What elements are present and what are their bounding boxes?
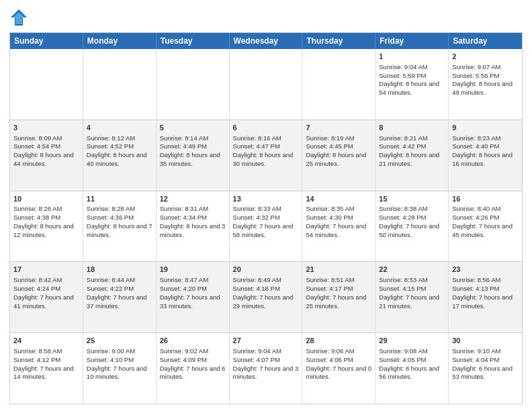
day-info-line: Daylight: 7 hours and 50 minutes. xyxy=(379,222,445,240)
day-info-line: Sunrise: 8:09 AM xyxy=(13,134,79,143)
day-info-line: Sunrise: 8:35 AM xyxy=(306,205,371,214)
day-info-line: Sunrise: 8:21 AM xyxy=(379,134,445,143)
cal-cell-3-2: 11Sunrise: 8:28 AMSunset: 4:36 PMDayligh… xyxy=(83,191,157,262)
cal-cell-3-1: 10Sunrise: 8:26 AMSunset: 4:38 PMDayligh… xyxy=(10,191,83,262)
day-info-line: Daylight: 7 hours and 3 minutes. xyxy=(233,365,299,382)
day-info-line: Sunrise: 9:08 AM xyxy=(379,347,445,356)
day-number: 6 xyxy=(233,123,299,133)
day-info-line: Daylight: 7 hours and 41 minutes. xyxy=(13,293,79,311)
cal-week-1: 1Sunrise: 9:04 AMSunset: 5:59 PMDaylight… xyxy=(10,49,522,120)
cal-cell-1-5 xyxy=(302,49,375,120)
day-info-line: Sunset: 4:09 PM xyxy=(160,356,226,365)
day-info-line: Sunset: 4:28 PM xyxy=(379,214,445,222)
day-info-line: Sunrise: 8:53 AM xyxy=(379,276,445,285)
day-info-line: Daylight: 7 hours and 58 minutes. xyxy=(233,222,299,240)
cal-cell-4-4: 20Sunrise: 8:49 AMSunset: 4:18 PMDayligh… xyxy=(230,262,303,332)
day-info-line: Daylight: 7 hours and 25 minutes. xyxy=(306,293,371,311)
day-info-line: Sunset: 4:52 PM xyxy=(87,142,152,151)
day-info-line: Sunrise: 8:14 AM xyxy=(160,134,226,143)
day-info-line: Daylight: 8 hours and 44 minutes. xyxy=(13,151,79,169)
day-info-line: Daylight: 8 hours and 49 minutes. xyxy=(452,80,519,97)
day-info-line: Sunrise: 8:42 AM xyxy=(13,276,79,285)
day-info-line: Sunrise: 9:04 AM xyxy=(233,347,299,356)
day-info-line: Sunset: 4:54 PM xyxy=(13,142,79,151)
cal-cell-1-1 xyxy=(10,49,83,120)
day-info-line: Daylight: 7 hours and 45 minutes. xyxy=(452,222,519,240)
day-number: 28 xyxy=(306,336,371,346)
calendar: SundayMondayTuesdayWednesdayThursdayFrid… xyxy=(9,32,523,404)
day-info-line: Sunrise: 9:06 AM xyxy=(306,347,371,356)
day-number: 18 xyxy=(87,265,152,275)
day-info-line: Sunset: 4:10 PM xyxy=(87,356,152,365)
day-info-line: Sunset: 4:30 PM xyxy=(306,214,371,222)
day-info-line: Sunrise: 9:04 AM xyxy=(379,63,445,72)
cal-header-sunday: Sunday xyxy=(10,33,83,49)
cal-cell-2-5: 7Sunrise: 8:19 AMSunset: 4:45 PMDaylight… xyxy=(302,120,375,191)
day-number: 22 xyxy=(379,265,445,275)
cal-cell-5-3: 26Sunrise: 9:02 AMSunset: 4:09 PMDayligh… xyxy=(157,333,230,404)
day-number: 25 xyxy=(87,336,152,346)
day-info-line: Daylight: 8 hours and 3 minutes. xyxy=(160,222,226,240)
day-number: 10 xyxy=(13,194,79,204)
day-info-line: Sunset: 4:34 PM xyxy=(160,214,226,222)
cal-cell-4-3: 19Sunrise: 8:47 AMSunset: 4:20 PMDayligh… xyxy=(157,262,230,332)
calendar-header: SundayMondayTuesdayWednesdayThursdayFrid… xyxy=(10,33,522,49)
day-info-line: Sunrise: 8:33 AM xyxy=(233,205,299,214)
day-info-line: Daylight: 8 hours and 30 minutes. xyxy=(233,151,299,169)
day-info-line: Daylight: 6 hours and 53 minutes. xyxy=(452,365,519,382)
cal-cell-3-7: 16Sunrise: 8:40 AMSunset: 4:26 PMDayligh… xyxy=(449,191,522,262)
day-info-line: Sunrise: 8:58 AM xyxy=(13,347,79,356)
day-info-line: Sunset: 4:22 PM xyxy=(87,285,152,293)
day-info-line: Sunrise: 8:12 AM xyxy=(87,134,152,143)
day-info-line: Sunset: 4:32 PM xyxy=(233,214,299,222)
day-info-line: Sunset: 4:07 PM xyxy=(233,356,299,365)
cal-cell-5-5: 28Sunrise: 9:06 AMSunset: 4:06 PMDayligh… xyxy=(302,333,375,404)
cal-cell-4-2: 18Sunrise: 8:44 AMSunset: 4:22 PMDayligh… xyxy=(83,262,157,332)
day-info-line: Sunrise: 9:00 AM xyxy=(87,347,152,356)
day-info-line: Daylight: 8 hours and 35 minutes. xyxy=(160,151,226,169)
cal-cell-2-4: 6Sunrise: 8:16 AMSunset: 4:47 PMDaylight… xyxy=(230,120,303,191)
day-number: 24 xyxy=(13,336,79,346)
day-info-line: Sunrise: 8:40 AM xyxy=(452,205,519,214)
cal-cell-3-5: 14Sunrise: 8:35 AMSunset: 4:30 PMDayligh… xyxy=(302,191,375,262)
day-info-line: Daylight: 7 hours and 54 minutes. xyxy=(306,222,371,240)
cal-cell-5-1: 24Sunrise: 8:58 AMSunset: 4:12 PMDayligh… xyxy=(10,333,83,404)
day-info-line: Sunset: 4:47 PM xyxy=(233,142,299,151)
day-info-line: Daylight: 8 hours and 12 minutes. xyxy=(13,222,79,240)
day-number: 7 xyxy=(306,123,371,133)
cal-cell-5-6: 29Sunrise: 9:08 AMSunset: 4:05 PMDayligh… xyxy=(375,333,449,404)
day-info-line: Daylight: 7 hours and 17 minutes. xyxy=(452,293,519,311)
day-info-line: Sunset: 4:40 PM xyxy=(452,142,519,151)
page: SundayMondayTuesdayWednesdayThursdayFrid… xyxy=(0,0,532,411)
cal-header-wednesday: Wednesday xyxy=(230,33,303,49)
day-info-line: Sunset: 4:45 PM xyxy=(306,142,371,151)
cal-cell-1-2 xyxy=(83,49,157,120)
day-info-line: Sunrise: 8:44 AM xyxy=(87,276,152,285)
cal-header-friday: Friday xyxy=(375,33,449,49)
cal-cell-4-6: 22Sunrise: 8:53 AMSunset: 4:15 PMDayligh… xyxy=(375,262,449,332)
day-info-line: Sunrise: 8:49 AM xyxy=(233,276,299,285)
day-info-line: Sunrise: 9:10 AM xyxy=(452,347,519,356)
cal-cell-5-7: 30Sunrise: 9:10 AMSunset: 4:04 PMDayligh… xyxy=(449,333,522,404)
cal-cell-5-4: 27Sunrise: 9:04 AMSunset: 4:07 PMDayligh… xyxy=(230,333,303,404)
cal-cell-2-7: 9Sunrise: 8:23 AMSunset: 4:40 PMDaylight… xyxy=(449,120,522,191)
day-info-line: Sunset: 4:13 PM xyxy=(452,285,519,293)
day-info-line: Sunrise: 8:16 AM xyxy=(233,134,299,143)
day-info-line: Daylight: 8 hours and 21 minutes. xyxy=(379,151,445,169)
cal-cell-1-4 xyxy=(230,49,303,120)
day-info-line: Sunrise: 8:56 AM xyxy=(452,276,519,285)
logo-icon xyxy=(9,8,28,27)
day-info-line: Sunset: 4:12 PM xyxy=(13,356,79,365)
day-info-line: Sunrise: 8:38 AM xyxy=(379,205,445,214)
day-info-line: Daylight: 7 hours and 0 minutes. xyxy=(306,365,371,382)
day-info-line: Sunset: 4:15 PM xyxy=(379,285,445,293)
day-info-line: Sunrise: 8:28 AM xyxy=(87,205,152,214)
day-info-line: Daylight: 6 hours and 56 minutes. xyxy=(379,365,445,382)
day-info-line: Sunrise: 8:26 AM xyxy=(13,205,79,214)
cal-cell-1-3 xyxy=(157,49,230,120)
day-info-line: Daylight: 8 hours and 25 minutes. xyxy=(306,151,371,169)
cal-cell-3-4: 13Sunrise: 8:33 AMSunset: 4:32 PMDayligh… xyxy=(230,191,303,262)
day-number: 29 xyxy=(379,336,445,346)
day-info-line: Sunrise: 8:51 AM xyxy=(306,276,371,285)
day-info-line: Sunset: 5:56 PM xyxy=(452,72,519,81)
